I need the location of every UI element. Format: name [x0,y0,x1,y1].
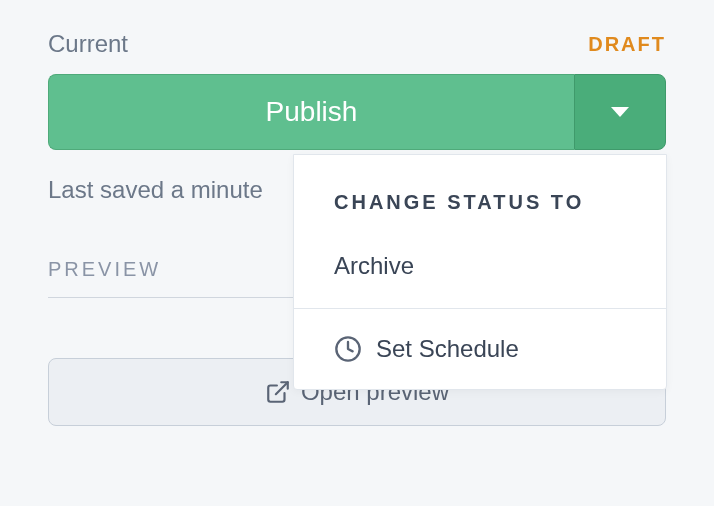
status-dropdown-menu: CHANGE STATUS TO Archive Set Schedule [293,154,667,390]
publish-button[interactable]: Publish [48,74,574,150]
caret-down-icon [611,107,629,117]
status-row: Current DRAFT [48,30,666,58]
publish-dropdown-toggle[interactable] [574,74,666,150]
svg-line-0 [276,382,288,394]
archive-option[interactable]: Archive [294,234,666,308]
archive-option-label: Archive [334,252,414,280]
publish-button-label: Publish [266,96,358,128]
set-schedule-option-label: Set Schedule [376,335,519,363]
dropdown-header: CHANGE STATUS TO [294,155,666,234]
clock-icon [334,335,362,363]
external-link-icon [265,379,291,405]
draft-badge: DRAFT [588,33,666,56]
set-schedule-option[interactable]: Set Schedule [294,308,666,389]
current-status-label: Current [48,30,128,58]
publish-row: Publish [48,74,666,150]
